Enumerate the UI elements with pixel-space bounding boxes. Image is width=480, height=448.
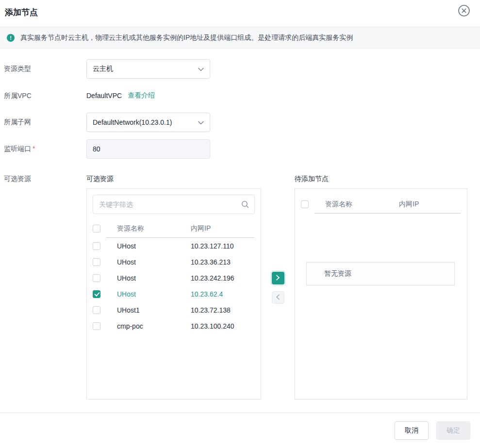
- select-all-checkbox[interactable]: [93, 225, 100, 232]
- cell-internal-ip: 10.23.62.4: [191, 290, 255, 298]
- move-left-button[interactable]: [272, 291, 284, 304]
- resource-type-label: 资源类型: [4, 59, 86, 79]
- cell-resource-name: UHost: [117, 274, 191, 282]
- chevron-right-icon: [276, 275, 280, 282]
- chevron-down-icon: [198, 65, 204, 73]
- cell-resource-name: cmp-poc: [117, 322, 191, 330]
- info-banner-text: 真实服务节点时云主机，物理云主机或其他服务实例的IP地址及提供端口组成。是处理请…: [20, 33, 353, 42]
- listen-port-label: 监听端口*: [4, 139, 86, 159]
- move-right-button[interactable]: [272, 272, 284, 284]
- vpc-label: 所属VPC: [4, 91, 86, 100]
- cell-internal-ip: 10.23.100.240: [191, 322, 255, 330]
- cancel-button[interactable]: 取消: [395, 421, 429, 440]
- table-row[interactable]: UHost1 10.23.72.138: [87, 302, 261, 318]
- cell-internal-ip: 10.23.127.110: [191, 242, 255, 250]
- cell-resource-name: UHost: [117, 290, 191, 298]
- row-checkbox[interactable]: [93, 290, 100, 298]
- vpc-intro-link[interactable]: 查看介绍: [128, 91, 155, 100]
- cell-resource-name: UHost: [117, 258, 191, 266]
- select-all-checkbox[interactable]: [301, 200, 309, 208]
- table-row[interactable]: UHost 10.23.242.196: [87, 270, 261, 286]
- resources-label: 可选资源: [4, 174, 86, 399]
- available-panel-title: 可选资源: [86, 174, 261, 183]
- column-header-ip: 内网IP: [399, 200, 461, 209]
- required-mark: *: [33, 145, 35, 152]
- vpc-row: 所属VPC DefaultVPC 查看介绍: [4, 91, 476, 100]
- listen-port-input[interactable]: [86, 139, 210, 159]
- header-divider: [314, 213, 461, 214]
- selected-table-header: 资源名称 内网IP: [295, 196, 467, 213]
- table-row[interactable]: UHost 10.23.36.213: [87, 254, 261, 270]
- close-icon: [457, 12, 471, 19]
- selected-panel: 待添加节点 资源名称 内网IP 暂无资源: [295, 174, 467, 399]
- info-banner: ! 真实服务节点时云主机，物理云主机或其他服务实例的IP地址及提供端口组成。是处…: [0, 27, 480, 49]
- listen-port-row: 监听端口*: [4, 139, 476, 159]
- add-node-dialog: 添加节点 ! 真实服务节点时云主机，物理云主机或其他服务实例的IP地址及提供端口…: [0, 0, 480, 448]
- subnet-label: 所属子网: [4, 113, 86, 132]
- subnet-value: DefaultNetwork(10.23.0.1): [93, 118, 198, 126]
- available-table-header: 资源名称 内网IP: [87, 220, 261, 237]
- cell-internal-ip: 10.23.242.196: [191, 274, 255, 282]
- table-row[interactable]: UHost 10.23.127.110: [87, 238, 261, 254]
- row-checkbox[interactable]: [93, 242, 100, 250]
- close-button[interactable]: [457, 4, 471, 17]
- cell-resource-name: UHost: [117, 242, 191, 250]
- row-checkbox[interactable]: [93, 274, 100, 282]
- row-checkbox[interactable]: [93, 306, 100, 314]
- column-header-name: 资源名称: [325, 200, 399, 209]
- info-icon: !: [7, 34, 15, 42]
- dialog-header: 添加节点: [0, 0, 480, 27]
- search-icon: [241, 200, 249, 210]
- transfer-controls: [261, 174, 295, 304]
- cell-internal-ip: 10.23.36.213: [191, 258, 255, 266]
- cell-internal-ip: 10.23.72.138: [191, 306, 255, 314]
- row-checkbox[interactable]: [93, 322, 100, 330]
- search-input[interactable]: [93, 195, 255, 214]
- add-node-form: 资源类型 云主机 所属VPC DefaultVPC 查看介绍 所属子网 Defa…: [0, 49, 480, 399]
- column-header-name: 资源名称: [117, 224, 191, 233]
- resource-type-value: 云主机: [93, 65, 198, 73]
- resources-row: 可选资源 可选资源: [4, 174, 476, 399]
- resource-transfer: 可选资源: [86, 174, 467, 399]
- chevron-down-icon: [198, 118, 204, 127]
- column-header-ip: 内网IP: [191, 224, 255, 233]
- available-rows: UHost 10.23.127.110 UHost 10.23.36.213 U…: [87, 238, 261, 334]
- empty-state-text: 暂无资源: [324, 269, 351, 278]
- row-checkbox[interactable]: [93, 258, 100, 266]
- dialog-footer: 取消 确定: [0, 413, 480, 448]
- subnet-row: 所属子网 DefaultNetwork(10.23.0.1): [4, 113, 476, 132]
- empty-state: 暂无资源: [306, 262, 455, 285]
- subnet-select[interactable]: DefaultNetwork(10.23.0.1): [86, 113, 210, 132]
- resource-type-select[interactable]: 云主机: [86, 59, 210, 79]
- dialog-title: 添加节点: [5, 7, 475, 18]
- selected-panel-title: 待添加节点: [295, 174, 467, 183]
- confirm-button[interactable]: 确定: [436, 421, 470, 440]
- vpc-value: DefaultVPC: [86, 92, 122, 100]
- cell-resource-name: UHost1: [117, 306, 191, 314]
- table-row[interactable]: UHost 10.23.62.4: [87, 286, 261, 302]
- resource-type-row: 资源类型 云主机: [4, 59, 476, 79]
- table-row[interactable]: cmp-poc 10.23.100.240: [87, 318, 261, 334]
- chevron-left-icon: [276, 294, 280, 301]
- available-panel: 可选资源: [86, 174, 261, 399]
